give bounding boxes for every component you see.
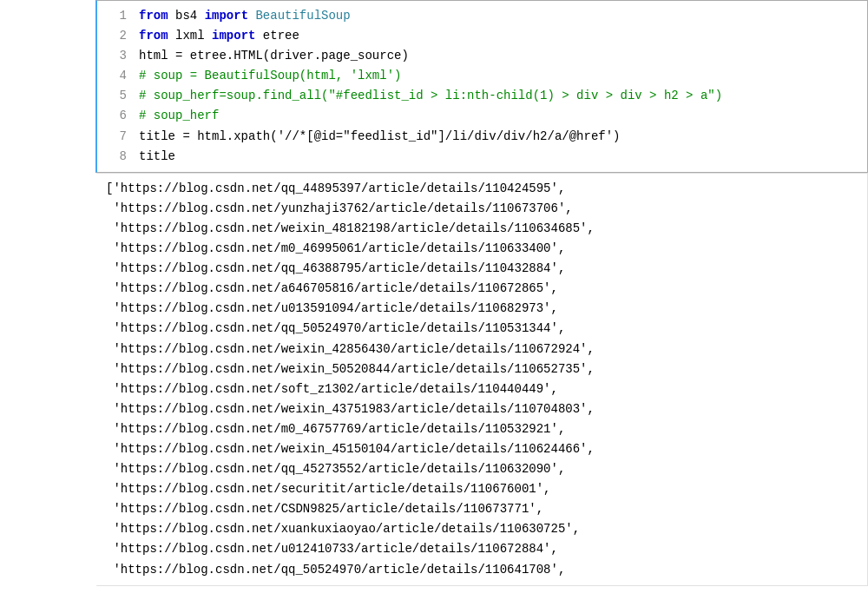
output-line: 'https://blog.csdn.net/m0_46995061/artic… [106,239,858,259]
output-line: 'https://blog.csdn.net/weixin_45150104/a… [106,439,858,459]
input-label [0,0,95,173]
output-line: 'https://blog.csdn.net/m0_46757769/artic… [106,419,858,439]
line-number: 1 [106,6,127,26]
code-token: from [139,6,168,26]
code-token: from [139,26,168,46]
line-number: 2 [106,26,127,46]
code-token: etree [255,26,299,46]
output-line: 'https://blog.csdn.net/a646705816/articl… [106,279,858,299]
output-line: 'https://blog.csdn.net/securitit/article… [106,479,858,499]
code-token: # soup_herf [139,106,219,126]
code-line: 5# soup_herf=soup.find_all("#feedlist_id… [106,86,858,106]
line-number: 7 [106,127,127,147]
code-token: # soup = BeautifulSoup(html, 'lxml') [139,66,401,86]
output-line: 'https://blog.csdn.net/CSDN9825/article/… [106,499,858,519]
code-token: title = html.xpath('//*[@id="feedlist_id… [139,127,621,147]
line-number: 4 [106,66,127,86]
code-token: lxml [168,26,212,46]
output-line: 'https://blog.csdn.net/yunzhaji3762/arti… [106,199,858,219]
output-cell: ['https://blog.csdn.net/qq_44895397/arti… [0,173,868,586]
output-line: 'https://blog.csdn.net/soft_z1302/articl… [106,379,858,399]
output-line: 'https://blog.csdn.net/qq_45273552/artic… [106,459,858,479]
output-line: 'https://blog.csdn.net/weixin_43751983/a… [106,399,858,419]
code-token: BeautifulSoup [248,6,351,26]
output-content: ['https://blog.csdn.net/qq_44895397/arti… [95,173,868,586]
output-line: 'https://blog.csdn.net/qq_46388795/artic… [106,259,858,279]
output-line: 'https://blog.csdn.net/weixin_48182198/a… [106,219,858,239]
code-token: bs4 [168,6,205,26]
code-line: 7title = html.xpath('//*[@id="feedlist_i… [106,127,858,147]
code-token: title [139,147,175,167]
line-number: 3 [106,46,127,66]
code-token: # soup_herf=soup.find_all("#feedlist_id … [139,86,722,106]
output-line: 'https://blog.csdn.net/u013591094/articl… [106,299,858,319]
code-token: import [205,6,248,26]
code-line: 8title [106,147,858,167]
code-token: import [212,26,255,46]
input-content[interactable]: 1from bs4 import BeautifulSoup2from lxml… [95,0,868,173]
output-line: 'https://blog.csdn.net/weixin_50520844/a… [106,359,858,379]
output-line: 'https://blog.csdn.net/u012410733/articl… [106,539,858,559]
line-number: 6 [106,106,127,126]
line-number: 5 [106,86,127,106]
output-line: 'https://blog.csdn.net/qq_50524970/artic… [106,319,858,339]
output-label [0,173,95,586]
code-line: 1from bs4 import BeautifulSoup [106,6,858,26]
code-line: 4# soup = BeautifulSoup(html, 'lxml') [106,66,858,86]
output-line: 'https://blog.csdn.net/xuankuxiaoyao/art… [106,519,858,539]
input-cell: 1from bs4 import BeautifulSoup2from lxml… [0,0,868,173]
code-line: 2from lxml import etree [106,26,858,46]
code-line: 3html = etree.HTML(driver.page_source) [106,46,858,66]
line-number: 8 [106,147,127,167]
output-line: ['https://blog.csdn.net/qq_44895397/arti… [106,179,858,199]
output-line: 'https://blog.csdn.net/qq_50524970/artic… [106,560,858,580]
output-line: 'https://blog.csdn.net/weixin_42856430/a… [106,340,858,359]
output-text-block: ['https://blog.csdn.net/qq_44895397/arti… [106,179,858,580]
code-line: 6# soup_herf [106,106,858,126]
code-token: html = etree.HTML(driver.page_source) [139,46,409,66]
